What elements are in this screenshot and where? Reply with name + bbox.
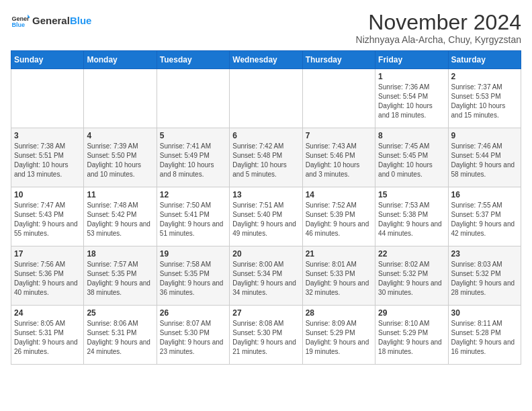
calendar-week-row: 17Sunrise: 7:56 AMSunset: 5:36 PMDayligh… bbox=[11, 246, 521, 306]
day-info: Sunrise: 7:45 AM bbox=[378, 142, 445, 151]
day-info: Sunrise: 8:10 AM bbox=[378, 319, 445, 328]
day-number: 29 bbox=[378, 308, 445, 318]
day-number: 17 bbox=[14, 249, 81, 259]
calendar-day-cell: 30Sunrise: 8:11 AMSunset: 5:28 PMDayligh… bbox=[448, 306, 521, 365]
day-number: 24 bbox=[14, 308, 81, 318]
day-info: Sunrise: 7:53 AM bbox=[378, 201, 445, 210]
day-info: Daylight: 10 hours and 3 minutes. bbox=[306, 161, 372, 179]
day-info: Sunrise: 7:55 AM bbox=[451, 201, 518, 210]
calendar-day-cell: 13Sunrise: 7:51 AMSunset: 5:40 PMDayligh… bbox=[230, 187, 302, 246]
day-info: Sunset: 5:50 PM bbox=[87, 151, 153, 161]
day-info: Sunrise: 7:38 AM bbox=[14, 142, 81, 151]
day-info: Sunrise: 7:42 AM bbox=[232, 142, 299, 151]
calendar-day-cell: 5Sunrise: 7:41 AMSunset: 5:49 PMDaylight… bbox=[157, 128, 229, 187]
day-info: Sunset: 5:45 PM bbox=[378, 151, 445, 161]
day-number: 19 bbox=[160, 249, 226, 259]
day-info: Sunrise: 8:09 AM bbox=[306, 319, 372, 328]
calendar-day-cell bbox=[11, 69, 84, 128]
day-number: 9 bbox=[451, 131, 518, 140]
day-number: 5 bbox=[160, 131, 226, 140]
day-info: Daylight: 10 hours and 15 minutes. bbox=[451, 101, 518, 120]
day-info: Sunset: 5:35 PM bbox=[87, 269, 153, 279]
day-info: Sunrise: 8:01 AM bbox=[306, 260, 372, 269]
day-info: Sunset: 5:46 PM bbox=[306, 151, 372, 161]
day-info: Daylight: 9 hours and 16 minutes. bbox=[451, 338, 518, 357]
weekday-header: Monday bbox=[84, 51, 157, 69]
day-number: 7 bbox=[306, 131, 372, 140]
day-info: Sunrise: 8:03 AM bbox=[451, 260, 518, 269]
day-info: Sunrise: 7:43 AM bbox=[306, 142, 372, 151]
calendar-day-cell: 14Sunrise: 7:52 AMSunset: 5:39 PMDayligh… bbox=[302, 187, 375, 246]
day-info: Sunrise: 7:36 AM bbox=[378, 83, 445, 92]
day-number: 30 bbox=[451, 308, 518, 318]
day-info: Sunset: 5:40 PM bbox=[232, 210, 299, 220]
day-info: Daylight: 9 hours and 58 minutes. bbox=[451, 161, 518, 179]
day-info: Daylight: 9 hours and 21 minutes. bbox=[232, 338, 299, 357]
calendar-day-cell: 2Sunrise: 7:37 AMSunset: 5:53 PMDaylight… bbox=[448, 69, 521, 128]
day-info: Daylight: 9 hours and 28 minutes. bbox=[451, 279, 518, 298]
day-info: Sunset: 5:32 PM bbox=[451, 269, 518, 279]
day-number: 26 bbox=[160, 308, 226, 318]
day-info: Sunset: 5:30 PM bbox=[160, 328, 226, 338]
day-info: Daylight: 9 hours and 53 minutes. bbox=[87, 220, 153, 238]
day-info: Sunset: 5:31 PM bbox=[14, 328, 81, 338]
day-number: 10 bbox=[14, 190, 81, 199]
calendar-day-cell bbox=[302, 69, 375, 128]
calendar-day-cell: 21Sunrise: 8:01 AMSunset: 5:33 PMDayligh… bbox=[302, 246, 375, 306]
day-number: 3 bbox=[14, 131, 81, 140]
day-info: Sunset: 5:28 PM bbox=[451, 328, 518, 338]
day-info: Sunrise: 7:46 AM bbox=[451, 142, 518, 151]
day-info: Sunrise: 7:37 AM bbox=[451, 83, 518, 92]
day-info: Sunset: 5:48 PM bbox=[232, 151, 299, 161]
calendar-day-cell: 19Sunrise: 7:58 AMSunset: 5:35 PMDayligh… bbox=[157, 246, 229, 306]
calendar-week-row: 10Sunrise: 7:47 AMSunset: 5:43 PMDayligh… bbox=[11, 187, 521, 246]
page-header: General Blue GeneralBlue November 2024 N… bbox=[11, 11, 521, 45]
month-title: November 2024 bbox=[356, 11, 521, 34]
day-number: 22 bbox=[378, 249, 445, 259]
calendar-day-cell: 26Sunrise: 8:07 AMSunset: 5:30 PMDayligh… bbox=[157, 306, 229, 365]
calendar-day-cell: 28Sunrise: 8:09 AMSunset: 5:29 PMDayligh… bbox=[302, 306, 375, 365]
calendar-day-cell: 10Sunrise: 7:47 AMSunset: 5:43 PMDayligh… bbox=[11, 187, 84, 246]
day-info: Daylight: 10 hours and 18 minutes. bbox=[378, 101, 445, 120]
calendar-day-cell: 4Sunrise: 7:39 AMSunset: 5:50 PMDaylight… bbox=[84, 128, 157, 187]
day-info: Sunrise: 7:39 AM bbox=[87, 142, 153, 151]
weekday-header: Wednesday bbox=[230, 51, 302, 69]
calendar-day-cell: 18Sunrise: 7:57 AMSunset: 5:35 PMDayligh… bbox=[84, 246, 157, 306]
day-info: Daylight: 9 hours and 18 minutes. bbox=[378, 338, 445, 357]
day-number: 28 bbox=[306, 308, 372, 318]
day-info: Sunset: 5:54 PM bbox=[378, 92, 445, 101]
calendar-week-row: 3Sunrise: 7:38 AMSunset: 5:51 PMDaylight… bbox=[11, 128, 521, 187]
day-info: Sunrise: 7:47 AM bbox=[14, 201, 81, 210]
calendar-header: SundayMondayTuesdayWednesdayThursdayFrid… bbox=[11, 51, 521, 69]
calendar-day-cell: 3Sunrise: 7:38 AMSunset: 5:51 PMDaylight… bbox=[11, 128, 84, 187]
logo-general: General bbox=[32, 15, 70, 26]
day-info: Sunset: 5:32 PM bbox=[378, 269, 445, 279]
day-info: Sunrise: 7:56 AM bbox=[14, 260, 81, 269]
day-info: Daylight: 9 hours and 42 minutes. bbox=[451, 220, 518, 238]
weekday-header: Thursday bbox=[302, 51, 375, 69]
day-info: Sunset: 5:30 PM bbox=[232, 328, 299, 338]
day-info: Daylight: 9 hours and 51 minutes. bbox=[160, 220, 226, 238]
day-number: 27 bbox=[232, 308, 299, 318]
calendar-day-cell: 1Sunrise: 7:36 AMSunset: 5:54 PMDaylight… bbox=[375, 69, 448, 128]
day-info: Sunset: 5:31 PM bbox=[87, 328, 153, 338]
calendar-day-cell: 23Sunrise: 8:03 AMSunset: 5:32 PMDayligh… bbox=[448, 246, 521, 306]
day-info: Daylight: 10 hours and 0 minutes. bbox=[378, 161, 445, 179]
day-info: Daylight: 9 hours and 49 minutes. bbox=[232, 220, 299, 238]
day-info: Sunrise: 7:58 AM bbox=[160, 260, 226, 269]
day-info: Sunrise: 7:41 AM bbox=[160, 142, 226, 151]
calendar-day-cell: 22Sunrise: 8:02 AMSunset: 5:32 PMDayligh… bbox=[375, 246, 448, 306]
day-info: Daylight: 10 hours and 8 minutes. bbox=[160, 161, 226, 179]
calendar-day-cell: 7Sunrise: 7:43 AMSunset: 5:46 PMDaylight… bbox=[302, 128, 375, 187]
day-info: Sunset: 5:37 PM bbox=[451, 210, 518, 220]
calendar-day-cell: 16Sunrise: 7:55 AMSunset: 5:37 PMDayligh… bbox=[448, 187, 521, 246]
day-info: Daylight: 9 hours and 19 minutes. bbox=[306, 338, 372, 357]
calendar-table: SundayMondayTuesdayWednesdayThursdayFrid… bbox=[11, 50, 521, 365]
day-info: Daylight: 9 hours and 40 minutes. bbox=[14, 279, 81, 298]
day-info: Sunset: 5:29 PM bbox=[378, 328, 445, 338]
day-info: Daylight: 10 hours and 10 minutes. bbox=[87, 161, 153, 179]
calendar-day-cell: 11Sunrise: 7:48 AMSunset: 5:42 PMDayligh… bbox=[84, 187, 157, 246]
logo-icon: General Blue bbox=[11, 11, 30, 30]
calendar-day-cell: 15Sunrise: 7:53 AMSunset: 5:38 PMDayligh… bbox=[375, 187, 448, 246]
calendar-day-cell bbox=[157, 69, 229, 128]
